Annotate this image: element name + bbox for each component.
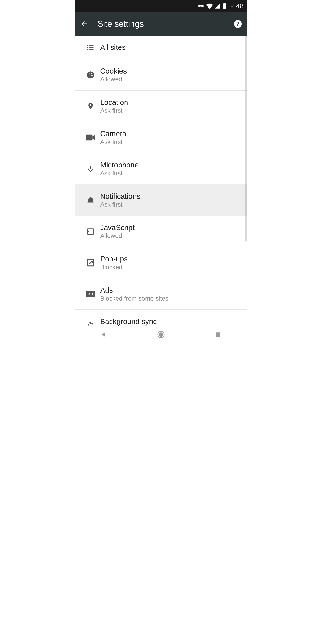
nav-home-button[interactable] (154, 328, 168, 341)
settings-list: All sites Cookies Allowed Location Ask f… (75, 36, 247, 326)
svg-rect-2 (202, 6, 204, 8)
row-label: Ads (100, 286, 168, 294)
svg-rect-4 (224, 3, 226, 4)
battery-icon (223, 3, 227, 9)
svg-point-11 (87, 47, 88, 48)
status-time: 2:48 (230, 2, 244, 10)
page-title: Site settings (98, 19, 224, 29)
row-ads[interactable]: AD Ads Blocked from some sites (75, 278, 247, 310)
help-icon: ? (234, 20, 242, 28)
svg-rect-7 (88, 45, 94, 46)
svg-point-13 (87, 71, 94, 78)
row-label: Camera (100, 130, 126, 138)
svg-rect-9 (88, 49, 94, 50)
bell-icon (82, 196, 99, 204)
row-label: Background sync (100, 317, 157, 326)
row-sublabel: Allowed (100, 232, 134, 240)
row-label: Notifications (100, 192, 140, 200)
row-javascript[interactable]: JavaScript Allowed (75, 216, 247, 247)
row-sublabel: Allowed (100, 76, 127, 83)
nav-back-icon (100, 331, 107, 338)
android-nav-bar (75, 326, 247, 344)
microphone-icon (82, 164, 99, 173)
svg-point-10 (87, 45, 88, 46)
nav-recents-button[interactable] (212, 328, 225, 341)
svg-point-14 (88, 73, 90, 74)
list-icon (82, 44, 99, 52)
row-label: Cookies (100, 67, 127, 75)
row-sublabel: Ask first (100, 138, 126, 146)
row-label: All sites (100, 43, 126, 52)
svg-text:?: ? (236, 20, 240, 27)
svg-point-15 (91, 73, 92, 74)
row-background-sync[interactable]: Background sync Allowed (75, 310, 247, 326)
row-cookies[interactable]: Cookies Allowed (75, 59, 247, 90)
status-bar: 2:48 (75, 0, 247, 12)
row-label: Pop-ups (100, 255, 128, 263)
svg-text:AD: AD (88, 292, 93, 296)
svg-rect-18 (86, 134, 92, 140)
row-camera[interactable]: Camera Ask first (75, 122, 247, 153)
svg-point-17 (92, 75, 92, 76)
wifi-icon (206, 3, 213, 10)
svg-point-12 (87, 49, 88, 50)
back-button[interactable] (80, 20, 88, 28)
svg-point-16 (90, 75, 90, 76)
row-sublabel: Ask first (100, 170, 139, 177)
arrow-back-icon (80, 20, 88, 28)
location-icon (82, 102, 99, 111)
row-label: JavaScript (100, 224, 134, 232)
row-sublabel: Ask first (100, 107, 128, 114)
svg-rect-8 (88, 47, 94, 48)
nav-back-button[interactable] (97, 328, 110, 341)
svg-rect-25 (216, 332, 220, 337)
row-location[interactable]: Location Ask first (75, 90, 247, 122)
row-label: Microphone (100, 161, 139, 169)
help-button[interactable]: ? (234, 20, 242, 28)
sync-icon (82, 321, 99, 326)
svg-rect-3 (223, 3, 226, 9)
nav-home-icon (157, 331, 165, 338)
row-sublabel: Ask first (100, 201, 140, 208)
row-sublabel: Blocked (100, 264, 128, 271)
javascript-icon (82, 228, 99, 236)
row-label: Location (100, 98, 128, 107)
app-bar: Site settings ? (75, 12, 247, 36)
camera-icon (82, 134, 99, 141)
row-notifications[interactable]: Notifications Ask first (75, 184, 247, 216)
ads-icon: AD (82, 291, 99, 298)
row-popups[interactable]: Pop-ups Blocked (75, 247, 247, 278)
svg-point-24 (159, 332, 163, 337)
scrollbar[interactable] (245, 36, 247, 242)
row-sublabel: Blocked from some sites (100, 295, 168, 302)
cellular-icon (215, 3, 221, 9)
row-microphone[interactable]: Microphone Ask first (75, 153, 247, 184)
nav-recents-icon (215, 332, 221, 338)
vpn-key-icon (198, 3, 204, 10)
status-icons (198, 3, 227, 10)
popup-icon (82, 258, 99, 267)
cookie-icon (82, 71, 99, 79)
row-all-sites[interactable]: All sites (75, 36, 247, 59)
